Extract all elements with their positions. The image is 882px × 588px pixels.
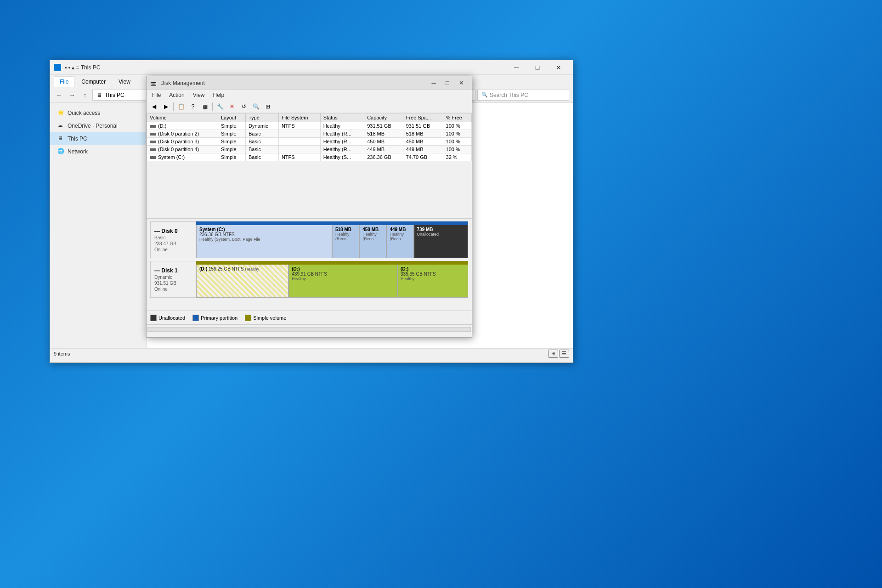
diskmgmt-maximize-button[interactable]: □ bbox=[441, 76, 454, 90]
search-icon: 🔍 bbox=[481, 92, 488, 98]
diskmgmt-close-button[interactable]: ✕ bbox=[454, 76, 468, 90]
col-pct[interactable]: % Free bbox=[443, 113, 471, 122]
toolbar-grid-button[interactable]: ⊞ bbox=[262, 102, 273, 112]
diskmgmt-toolbar: ◀ ▶ 📋 ? ▦ 🔧 ✕ ↺ 🔍 ⊞ bbox=[147, 100, 472, 113]
explorer-close-button[interactable]: ✕ bbox=[548, 60, 569, 75]
back-button[interactable]: ← bbox=[54, 90, 65, 101]
cell-free: 449 MB bbox=[403, 146, 443, 153]
cell-free: 931.51 GB bbox=[403, 122, 443, 130]
col-layout[interactable]: Layout bbox=[218, 113, 245, 122]
toolbar-refresh-button[interactable]: ↺ bbox=[238, 102, 249, 112]
cell-capacity: 518 MB bbox=[364, 130, 403, 138]
col-type[interactable]: Type bbox=[246, 113, 279, 122]
cell-type: Basic bbox=[246, 130, 279, 138]
toolbar-search-button[interactable]: 🔍 bbox=[250, 102, 261, 112]
sidebar-label-onedrive: OneDrive - Personal bbox=[68, 123, 118, 129]
disk0-seg-unalloc[interactable]: 739 MB Unallocated bbox=[414, 225, 468, 258]
disk0-seg-p3[interactable]: 450 MB Healthy (Reco bbox=[359, 225, 386, 258]
diskmgmt-menu-file[interactable]: File bbox=[148, 91, 164, 99]
tab-view[interactable]: View bbox=[113, 76, 136, 87]
search-box[interactable]: 🔍 Search This PC bbox=[477, 90, 569, 101]
large-icons-view-button[interactable]: ⊞ bbox=[548, 350, 558, 358]
sidebar-item-quickaccess[interactable]: ⭐ Quick access bbox=[50, 107, 146, 119]
diskmgmt-minimize-button[interactable]: ─ bbox=[427, 76, 441, 90]
volume-table: Volume Layout Type File System Status Ca… bbox=[147, 113, 472, 161]
disk1-seg-d2[interactable]: (D:) 439.91 GB NTFS Healthy bbox=[288, 265, 397, 298]
diskmgmt-menu-view[interactable]: View bbox=[189, 91, 209, 99]
cell-capacity: 450 MB bbox=[364, 138, 403, 146]
toolbar-view-button[interactable]: 📋 bbox=[175, 102, 187, 112]
diskmgmt-menubar: File Action View Help bbox=[147, 90, 472, 100]
explorer-title-icons bbox=[54, 64, 61, 71]
cell-type: Basic bbox=[246, 138, 279, 146]
search-placeholder: Search This PC bbox=[490, 92, 528, 98]
computer-icon: 🖥 bbox=[57, 135, 65, 142]
cell-type: Basic bbox=[246, 146, 279, 153]
cell-volume: System (C:) bbox=[147, 153, 218, 161]
tab-file[interactable]: File bbox=[54, 76, 74, 87]
sidebar-item-onedrive[interactable]: ☁ OneDrive - Personal bbox=[50, 119, 146, 132]
legend-swatch-simple bbox=[245, 315, 251, 321]
sidebar-item-network[interactable]: 🌐 Network bbox=[50, 145, 146, 158]
table-row[interactable]: (Disk 0 partition 3) Simple Basic Health… bbox=[147, 138, 472, 146]
list-view-button[interactable]: ☰ bbox=[559, 350, 569, 358]
status-text: 9 items bbox=[54, 351, 70, 356]
col-free[interactable]: Free Spa... bbox=[403, 113, 443, 122]
disk0-row: — Disk 0 Basic 238.47 GB Online System (… bbox=[150, 221, 468, 258]
up-button[interactable]: ↑ bbox=[79, 90, 90, 101]
disk1-seg-d1[interactable]: (D:) 156.25 GB NTFS Healthy bbox=[196, 265, 288, 298]
disk0-seg-c[interactable]: System (C:) 236.36 GB NTFS Healthy (Syst… bbox=[196, 225, 332, 258]
sidebar-item-thispc[interactable]: 🖥 This PC bbox=[50, 132, 146, 145]
toolbar-panel-button[interactable]: ▦ bbox=[199, 102, 210, 112]
col-capacity[interactable]: Capacity bbox=[364, 113, 403, 122]
cell-volume: (Disk 0 partition 3) bbox=[147, 138, 218, 146]
legend-primary: Primary partition bbox=[192, 315, 237, 321]
diskmgmt-title-text: Disk Management bbox=[160, 80, 423, 86]
disk0-size: 238.47 GB bbox=[154, 241, 192, 246]
toolbar-back-button[interactable]: ◀ bbox=[148, 102, 159, 112]
table-row[interactable]: (Disk 0 partition 2) Simple Basic Health… bbox=[147, 130, 472, 138]
explorer-minimize-button[interactable]: ─ bbox=[506, 60, 527, 75]
tab-computer[interactable]: Computer bbox=[75, 76, 112, 87]
cell-layout: Simple bbox=[218, 122, 245, 130]
toolbar-sep2 bbox=[212, 102, 213, 111]
cell-fs: NTFS bbox=[278, 153, 320, 161]
table-row[interactable]: System (C:) Simple Basic NTFS Healthy (S… bbox=[147, 153, 472, 161]
legend-swatch-primary bbox=[192, 315, 199, 321]
disk1-color-bar bbox=[196, 261, 468, 265]
col-volume[interactable]: Volume bbox=[147, 113, 218, 122]
sidebar: ⭐ Quick access ☁ OneDrive - Personal 🖥 T… bbox=[50, 103, 147, 348]
explorer-maximize-button[interactable]: □ bbox=[527, 60, 548, 75]
toolbar-delete-button[interactable]: ✕ bbox=[226, 102, 237, 112]
table-row[interactable]: (D:) Simple Dynamic NTFS Healthy 931.51 … bbox=[147, 122, 472, 130]
cell-volume: (Disk 0 partition 4) bbox=[147, 146, 218, 153]
disk0-partitions: System (C:) 236.36 GB NTFS Healthy (Syst… bbox=[196, 221, 468, 258]
table-row[interactable]: (Disk 0 partition 4) Simple Basic Health… bbox=[147, 146, 472, 153]
cell-fs bbox=[278, 138, 320, 146]
disk1-size: 931.51 GB bbox=[154, 281, 192, 286]
disk1-status: Online bbox=[154, 287, 192, 292]
cell-fs bbox=[278, 130, 320, 138]
sidebar-label-network: Network bbox=[68, 148, 88, 155]
col-status[interactable]: Status bbox=[320, 113, 364, 122]
toolbar-help-button[interactable]: ? bbox=[187, 102, 198, 112]
explorer-window-icon bbox=[54, 64, 61, 71]
cell-fs bbox=[278, 146, 320, 153]
sidebar-label-quickaccess: Quick access bbox=[68, 110, 100, 116]
col-filesystem[interactable]: File System bbox=[278, 113, 320, 122]
horizontal-scrollbar[interactable] bbox=[147, 327, 471, 332]
forward-button[interactable]: → bbox=[67, 90, 78, 101]
disk0-seg-p2[interactable]: 518 MB Healthy (Reco bbox=[332, 225, 359, 258]
legend-swatch-unallocated bbox=[150, 315, 157, 321]
disk1-row: — Disk 1 Dynamic 931.51 GB Online (D:) 1… bbox=[150, 261, 468, 298]
toolbar-settings-button[interactable]: 🔧 bbox=[215, 102, 226, 112]
disk1-seg-d3[interactable]: (D:) 335.35 GB NTFS Healthy bbox=[397, 265, 468, 298]
diskmgmt-icon: 🖴 bbox=[150, 79, 157, 87]
disk0-seg-p4[interactable]: 449 MB Healthy (Reco bbox=[386, 225, 413, 258]
cell-fs: NTFS bbox=[278, 122, 320, 130]
status-view-icons: ⊞ ☰ bbox=[548, 350, 569, 358]
toolbar-forward-button[interactable]: ▶ bbox=[160, 102, 171, 112]
diskmgmt-menu-action[interactable]: Action bbox=[165, 91, 188, 99]
disk-visual-area: — Disk 0 Basic 238.47 GB Online System (… bbox=[147, 219, 472, 311]
diskmgmt-menu-help[interactable]: Help bbox=[209, 91, 228, 99]
